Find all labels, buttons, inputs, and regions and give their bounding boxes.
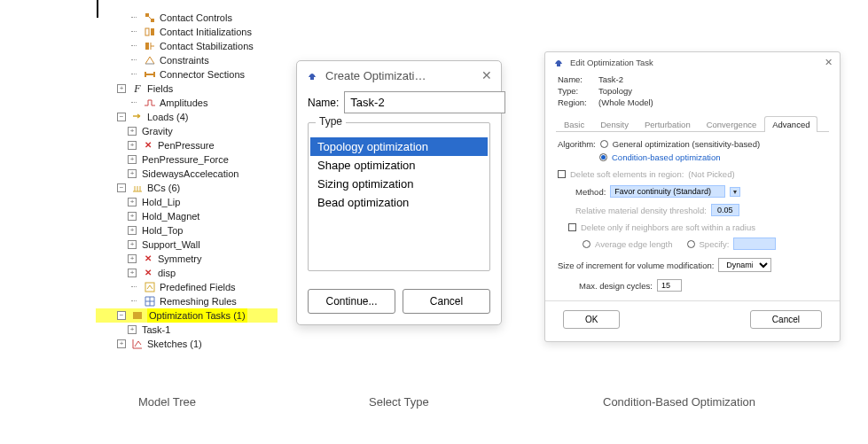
close-icon[interactable]: ✕ bbox=[825, 57, 833, 68]
amplitude-icon bbox=[144, 97, 156, 109]
tree-label: PenPressure_Force bbox=[142, 152, 229, 167]
stab-icon bbox=[144, 40, 156, 52]
tree-label: Connector Sections bbox=[160, 67, 245, 82]
tree-item-loads[interactable]: − Loads (4) bbox=[96, 110, 278, 124]
expand-toggle[interactable]: + bbox=[128, 169, 137, 178]
method-select[interactable] bbox=[610, 185, 725, 198]
type-option-topology[interactable]: Topology optimization bbox=[310, 137, 488, 156]
collapse-toggle[interactable]: − bbox=[117, 311, 126, 320]
tree-item-task1[interactable]: + Task-1 bbox=[96, 323, 278, 337]
expand-toggle[interactable]: + bbox=[128, 254, 137, 263]
tree-connector bbox=[128, 98, 140, 107]
tab-basic[interactable]: Basic bbox=[556, 116, 592, 132]
rel-dens-input[interactable] bbox=[711, 204, 739, 216]
type-option-sizing[interactable]: Sizing optimization bbox=[310, 175, 488, 193]
tree-item-penpressure[interactable]: + ✕ PenPressure bbox=[96, 138, 278, 152]
expand-toggle[interactable]: + bbox=[128, 240, 137, 249]
caption-create: Select Type bbox=[369, 395, 429, 409]
tabbar: Basic Density Perturbation Convergence A… bbox=[556, 115, 829, 132]
max-cycles-input[interactable] bbox=[657, 279, 682, 292]
type-label: Type bbox=[316, 115, 346, 128]
expand-toggle[interactable]: + bbox=[128, 155, 137, 164]
radio-specify[interactable] bbox=[687, 240, 695, 248]
dropdown-icon[interactable]: ▾ bbox=[730, 187, 740, 197]
svg-rect-4 bbox=[145, 43, 149, 50]
incr-select[interactable]: Dynamic bbox=[718, 258, 771, 272]
expand-toggle[interactable]: + bbox=[128, 198, 137, 206]
region-value: (Whole Model) bbox=[598, 97, 653, 107]
avg-edge-label: Average edge length bbox=[595, 239, 673, 249]
rel-dens-label: Relative material density threshold: bbox=[575, 206, 707, 215]
tree-item-bcs[interactable]: − BCs (6) bbox=[96, 181, 278, 195]
tree-item-support-wall[interactable]: + Support_Wall bbox=[96, 238, 278, 252]
tab-density[interactable]: Density bbox=[592, 116, 637, 132]
expand-toggle[interactable]: + bbox=[128, 325, 137, 334]
tree-label: Constraints bbox=[160, 53, 209, 67]
controls-icon bbox=[144, 12, 156, 24]
tree-item-opt-tasks[interactable]: − Optimization Tasks (1) bbox=[96, 308, 278, 323]
type-option-bead[interactable]: Bead optimization bbox=[310, 193, 488, 212]
tab-perturbation[interactable]: Perturbation bbox=[637, 116, 699, 132]
expand-toggle[interactable]: + bbox=[117, 84, 126, 93]
name-value: Task-2 bbox=[598, 74, 623, 84]
name-input[interactable] bbox=[344, 91, 505, 113]
tree-label: Remeshing Rules bbox=[160, 294, 237, 308]
tree-item-side-accel[interactable]: + SidewaysAccelecation bbox=[96, 167, 278, 181]
app-icon bbox=[306, 69, 318, 82]
type-option-shape[interactable]: Shape optimization bbox=[310, 156, 488, 175]
checkbox-delete-soft[interactable] bbox=[558, 170, 566, 178]
collapse-toggle[interactable]: − bbox=[117, 113, 126, 121]
type-list: Topology optimization Shape optimization… bbox=[310, 137, 488, 212]
dialog-titlebar[interactable]: Create Optimizati… ✕ bbox=[297, 61, 501, 88]
tree-item-hold-magnet[interactable]: + Hold_Magnet bbox=[96, 209, 278, 223]
tree-item-contact-controls[interactable]: Contact Controls bbox=[96, 11, 278, 25]
tree-item-gravity[interactable]: + Gravity bbox=[96, 124, 278, 138]
tree-item-sketches[interactable]: + Sketches (1) bbox=[96, 337, 278, 351]
tree-item-disp[interactable]: + ✕ disp bbox=[96, 266, 278, 280]
dialog-title: Create Optimizati… bbox=[325, 69, 426, 82]
tree-item-connector-sections[interactable]: Connector Sections bbox=[96, 67, 278, 82]
expand-toggle[interactable]: + bbox=[128, 127, 137, 136]
cancel-button[interactable]: Cancel bbox=[750, 310, 822, 329]
tree-item-fields[interactable]: + F Fields bbox=[96, 82, 278, 96]
tree-item-amplitudes[interactable]: Amplitudes bbox=[96, 96, 278, 110]
tree-item-hold-lip[interactable]: + Hold_Lip bbox=[96, 195, 278, 209]
tree-item-penpressure-force[interactable]: + PenPressure_Force bbox=[96, 152, 278, 167]
continue-button[interactable]: Continue... bbox=[308, 289, 395, 314]
tree-connector bbox=[128, 283, 140, 292]
tab-advanced[interactable]: Advanced bbox=[764, 116, 817, 132]
specify-input[interactable] bbox=[733, 238, 776, 250]
tree-label: BCs (6) bbox=[147, 181, 180, 195]
checkbox-delete-neighbors[interactable] bbox=[568, 223, 576, 231]
loads-icon bbox=[131, 111, 144, 123]
tree-item-hold-top[interactable]: + Hold_Top bbox=[96, 223, 278, 238]
tree-item-remesh-rules[interactable]: Remeshing Rules bbox=[96, 294, 278, 308]
tree-item-contact-init[interactable]: Contact Initializations bbox=[96, 25, 278, 39]
method-label: Method: bbox=[575, 187, 606, 197]
ok-button[interactable]: OK bbox=[563, 310, 620, 329]
close-icon[interactable]: ✕ bbox=[481, 68, 492, 82]
expand-toggle[interactable]: + bbox=[117, 339, 126, 348]
tab-convergence[interactable]: Convergence bbox=[699, 116, 765, 132]
expand-toggle[interactable]: + bbox=[128, 141, 137, 150]
collapse-toggle[interactable]: − bbox=[117, 183, 126, 192]
expand-toggle[interactable]: + bbox=[128, 212, 137, 221]
expand-toggle[interactable]: + bbox=[128, 269, 137, 277]
dialog-titlebar[interactable]: Edit Optimization Task ✕ bbox=[545, 52, 840, 72]
tree-item-contact-stab[interactable]: Contact Stabilizations bbox=[96, 39, 278, 53]
tree-item-constraints[interactable]: Constraints bbox=[96, 53, 278, 67]
radio-general[interactable] bbox=[600, 140, 608, 148]
radio-avg-edge[interactable] bbox=[583, 240, 590, 248]
algo-general-label: General optimization (sensitivity-based) bbox=[613, 139, 760, 149]
advanced-panel: Algorithm: General optimization (sensiti… bbox=[545, 132, 840, 300]
tree-item-predef-fields[interactable]: Predefined Fields bbox=[96, 280, 278, 294]
tree-label: Hold_Lip bbox=[142, 195, 180, 209]
tree-label: Gravity bbox=[142, 124, 173, 138]
expand-toggle[interactable]: + bbox=[128, 226, 137, 235]
cancel-button[interactable]: Cancel bbox=[403, 289, 490, 314]
tree-item-symmetry[interactable]: + ✕ Symmetry bbox=[96, 252, 278, 266]
tree-connector bbox=[128, 56, 140, 65]
type-group: Type Topology optimization Shape optimiz… bbox=[308, 122, 490, 271]
algo-condition-label: Condition-based optimization bbox=[612, 152, 721, 162]
radio-condition[interactable] bbox=[599, 153, 607, 161]
